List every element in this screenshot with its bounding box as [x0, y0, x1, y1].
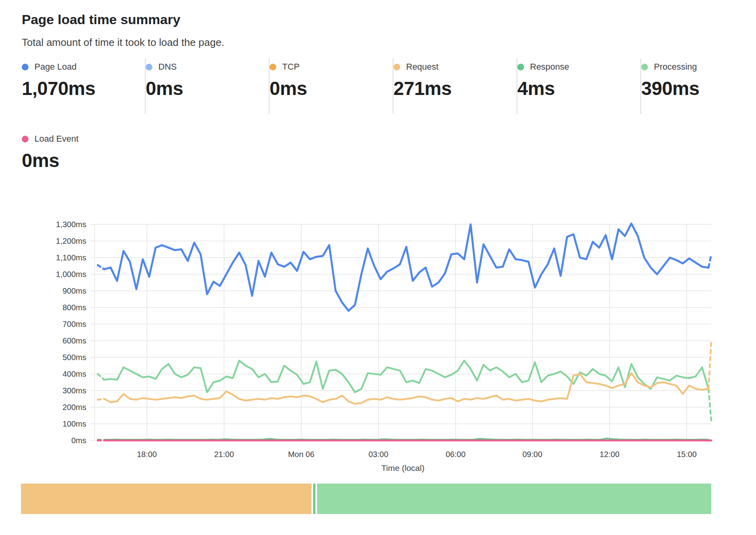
y-tick-label: 0ms [71, 436, 86, 445]
series-response-line [104, 438, 709, 440]
y-tick-label: 1,000ms [56, 270, 86, 279]
x-tick-label: 21:00 [214, 450, 234, 459]
series-page-load-tail-dash [709, 254, 711, 268]
y-tick-label: 600ms [63, 336, 86, 345]
series-page-load-head-dash [98, 265, 104, 269]
x-tick-label: 09:00 [522, 450, 542, 459]
series-processing-line [104, 360, 709, 392]
y-tick-label: 200ms [63, 403, 86, 412]
y-tick-label: 1,300ms [56, 220, 86, 229]
series-processing-head-dash [98, 374, 104, 380]
load-time-chart[interactable]: 0ms100ms200ms300ms400ms500ms600ms700ms80… [0, 0, 756, 483]
x-tick-label: 18:00 [137, 450, 157, 459]
y-tick-label: 400ms [63, 370, 86, 378]
y-tick-label: 100ms [63, 419, 86, 428]
y-tick-label: 700ms [63, 320, 86, 328]
y-tick-label: 1,200ms [56, 237, 86, 245]
y-tick-label: 1,100ms [56, 253, 86, 262]
y-tick-label: 500ms [63, 353, 86, 362]
page-load-summary-panel: Page load time summary Total amount of t… [0, 0, 756, 535]
y-tick-label: 300ms [63, 386, 86, 395]
y-tick-label: 800ms [63, 303, 86, 312]
series-request-line [104, 373, 709, 404]
x-tick-label: 12:00 [600, 450, 619, 459]
bar-segment-request-phase[interactable] [21, 484, 312, 514]
bar-segment-processing-phase[interactable] [317, 484, 711, 514]
x-axis-title: Time (local) [382, 463, 425, 472]
series-processing-tail-dash [709, 389, 711, 421]
y-tick-label: 900ms [63, 286, 86, 295]
series-request-tail-dash [709, 341, 711, 389]
x-tick-label: 03:00 [369, 450, 388, 459]
series-request-head-dash [98, 399, 104, 400]
x-tick-label: 15:00 [677, 450, 697, 459]
timing-breakdown-bar[interactable] [21, 484, 711, 514]
series-page-load-line [104, 224, 709, 311]
x-tick-label: 06:00 [446, 450, 465, 459]
x-tick-label: Mon 06 [288, 450, 315, 459]
